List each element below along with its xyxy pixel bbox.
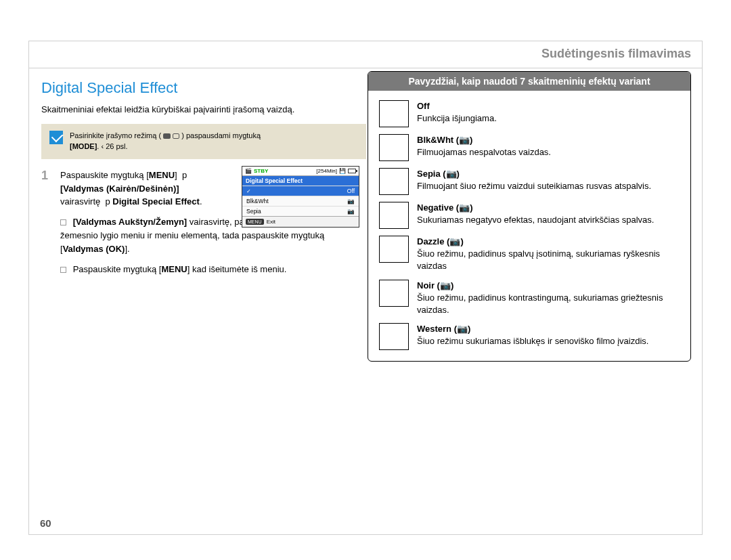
ss1-b2: Valdymas (OK) [63, 244, 125, 254]
note-text: Pasirinkite įrašymo režimą ( ) paspausda… [70, 131, 261, 152]
eff-title: Blk&Wht (📷) [417, 135, 472, 145]
bullet-icon [60, 267, 66, 273]
effect-noir: Noir (📷) Šiuo režimu, padidinus kontrast… [379, 280, 680, 317]
note-box: Pasirinkite įrašymo režimą ( ) paspausda… [41, 124, 366, 159]
effect-dazzle: Dazzle (📷) Šiuo režimu, padidinus spalvų… [379, 236, 680, 273]
cam-exit: Exit [267, 219, 275, 225]
eff-title: Noir (📷) [417, 280, 453, 290]
effect-thumb [379, 280, 409, 307]
panel-title: Pavyzdžiai, kaip naudoti 7 skaitmeninių … [368, 72, 690, 91]
note-pgref: . ‹ 26 psl. [97, 142, 127, 150]
effect-thumb [379, 100, 409, 127]
effect-text: Western (📷) Šiuo režimu sukuriamas išblu… [417, 323, 680, 350]
cam-option-sepia: Sepia📷 [242, 206, 359, 216]
eff-desc: Filmuojamas nespalvotas vaizdas. [417, 147, 551, 157]
film-icon: 🎬 [245, 168, 252, 174]
effect-text: Blk&Wht (📷) Filmuojamas nespalvotas vaiz… [417, 134, 680, 161]
ss1-t2: ]. [125, 244, 129, 254]
cam-menu-title: Digital Special Effect [242, 176, 359, 186]
manual-page: Sudėtingesnis filmavimas Digital Special… [28, 41, 703, 535]
effect-thumb [379, 236, 409, 263]
cam-option-bw: Blk&Wht📷 [242, 196, 359, 206]
bullet-icon [60, 219, 66, 225]
cam-bw-icon: 📷 [347, 198, 355, 204]
camera-screen: 🎬 STBY [254Min] 💾 Digital Special Effect… [242, 166, 359, 228]
cam-menu-tag: MENU [246, 219, 264, 225]
eff-title: Sepia (📷) [417, 169, 460, 179]
effect-text: Sepia (📷) Filmuojant šiuo režimu vaizdui… [417, 168, 680, 195]
eff-desc: Šiuo režimu, padidinus spalvų įsotinimą,… [417, 249, 660, 271]
effect-negative: Negative (📷) Sukuriamas negatyvo efektas… [379, 202, 680, 229]
effect-text: Dazzle (📷) Šiuo režimu, padidinus spalvų… [417, 236, 680, 273]
header-title: Sudėtingesnis filmavimas [541, 47, 691, 61]
eff-title: Off [417, 101, 430, 111]
eff-desc: Filmuojant šiuo režimu vaizdui suteikiam… [417, 181, 651, 191]
video-icon [163, 133, 171, 139]
substep-2: Paspauskite mygtuką [MENU] kad išeitumėt… [60, 263, 366, 276]
s1-line2: [Valdymas (Kairėn/Dešinėn)] [60, 184, 179, 194]
effects-panel: Pavyzdžiai, kaip naudoti 7 skaitmeninių … [368, 71, 691, 362]
step-1: 1 Paspauskite mygtuką [MENU] p [Valdymas… [41, 169, 366, 209]
effect-text: Negative (📷) Sukuriamas negatyvo efektas… [417, 202, 680, 229]
cam-footer: MENU Exit [242, 216, 359, 227]
eff-desc: Šiuo režimu sukuriamas išblukęs ir senov… [417, 336, 648, 346]
note-mode: [MODE] [70, 142, 97, 150]
ss2-b1: MENU [161, 264, 187, 274]
cam-option-off: Off [242, 186, 359, 196]
sd-icon: 💾 [339, 168, 346, 174]
cam-status-bar: 🎬 STBY [254Min] 💾 [242, 167, 359, 176]
ss1-b1: [Valdymas Aukštyn/Žemyn] [73, 217, 187, 227]
effect-thumb [379, 202, 409, 229]
note-post: ) paspausdami mygtuką [181, 131, 261, 139]
cam-sepia-icon: 📷 [347, 208, 355, 215]
effect-thumb [379, 168, 409, 195]
stby-label: STBY [254, 168, 268, 174]
effect-text: Noir (📷) Šiuo režimu, padidinus kontrast… [417, 280, 680, 317]
effect-off: Off Funkcija išjungiama. [379, 100, 680, 127]
s1-line3b: Digital Special Effect [112, 196, 200, 207]
s1-line3post: . [200, 196, 202, 207]
effect-bw: Blk&Wht (📷) Filmuojamas nespalvotas vaiz… [379, 134, 680, 161]
cam-opt1-label: Off [347, 188, 355, 194]
eff-title: Dazzle (📷) [417, 236, 464, 246]
check-icon [49, 131, 63, 144]
photo-icon [173, 133, 179, 139]
cam-opt2-label: Blk&Wht [246, 198, 269, 204]
effect-thumb [379, 134, 409, 161]
rec-time: [254Min] [316, 168, 337, 174]
s1-t3: ] p [175, 170, 187, 180]
right-column: Pavyzdžiai, kaip naudoti 7 skaitmeninių … [368, 71, 691, 362]
section-title: Digital Special Effect [41, 79, 366, 97]
eff-title: Negative (📷) [417, 202, 472, 213]
s1-t1: Paspauskite mygtuką [ [60, 170, 149, 180]
cam-opt3-label: Sepia [246, 208, 261, 215]
effect-sepia: Sepia (📷) Filmuojant šiuo režimu vaizdui… [379, 168, 680, 195]
eff-desc: Funkcija išjungiama. [417, 113, 497, 123]
s1-line3pre: vairasvirtę p [60, 196, 112, 207]
panel-body: Off Funkcija išjungiama. Blk&Wht (📷) Fil… [368, 91, 690, 361]
s1-t2: MENU [149, 170, 175, 180]
left-column: Digital Special Effect Skaitmeniniai efe… [41, 79, 366, 276]
effect-thumb [379, 323, 409, 350]
page-header: Sudėtingesnis filmavimas [29, 41, 702, 68]
section-intro: Skaitmeniniai efektai leidžia kūrybiškai… [41, 104, 366, 116]
step-number: 1 [41, 169, 53, 209]
eff-desc: Sukuriamas negatyvo efektas, naudojant a… [417, 215, 654, 225]
ss2-t1: Paspauskite mygtuką [ [73, 264, 162, 274]
eff-desc: Šiuo režimu, padidinus kontrastingumą, s… [417, 293, 663, 315]
battery-icon [348, 169, 356, 173]
note-pre: Pasirinkite įrašymo režimą ( [70, 131, 161, 139]
page-number: 60 [40, 517, 51, 529]
eff-title: Western (📷) [417, 324, 470, 334]
ss2-t2: ] kad išeitumėte iš meniu. [187, 264, 287, 274]
effect-western: Western (📷) Šiuo režimu sukuriamas išblu… [379, 323, 680, 350]
page-content: Digital Special Effect Skaitmeniniai efe… [29, 68, 702, 79]
effect-text: Off Funkcija išjungiama. [417, 100, 680, 127]
